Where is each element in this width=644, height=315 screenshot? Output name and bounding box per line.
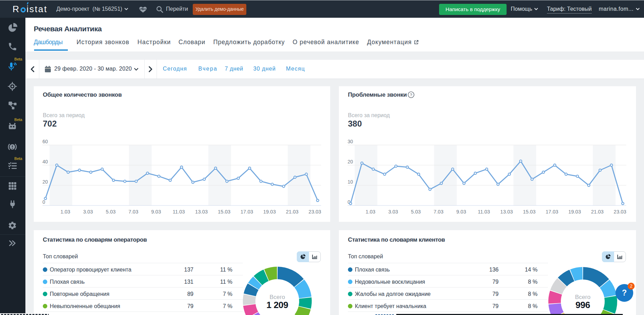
svg-text:15.03: 15.03 bbox=[218, 209, 230, 215]
svg-text:40: 40 bbox=[42, 159, 48, 164]
svg-text:19.03: 19.03 bbox=[568, 209, 581, 215]
svg-text:21.03: 21.03 bbox=[591, 209, 604, 215]
svg-text:11.03: 11.03 bbox=[478, 209, 490, 215]
svg-text:7.03: 7.03 bbox=[128, 209, 138, 215]
svg-text:5.03: 5.03 bbox=[411, 209, 421, 215]
svg-text:9.03: 9.03 bbox=[456, 209, 466, 215]
svg-text:9.03: 9.03 bbox=[151, 209, 161, 215]
svg-text:20: 20 bbox=[42, 179, 48, 185]
svg-text:60: 60 bbox=[42, 139, 48, 144]
svg-text:30: 30 bbox=[348, 139, 353, 144]
svg-text:13.03: 13.03 bbox=[195, 209, 208, 215]
svg-text:1.03: 1.03 bbox=[61, 209, 70, 215]
svg-text:3.03: 3.03 bbox=[388, 209, 398, 215]
svg-text:17.03: 17.03 bbox=[546, 209, 558, 215]
svg-text:0: 0 bbox=[42, 199, 45, 205]
svg-text:7.03: 7.03 bbox=[434, 209, 443, 215]
svg-text:23.03: 23.03 bbox=[309, 209, 321, 215]
svg-text:1.03: 1.03 bbox=[366, 209, 375, 215]
svg-text:5.03: 5.03 bbox=[106, 209, 116, 215]
svg-text:17.03: 17.03 bbox=[240, 209, 253, 215]
svg-text:3.03: 3.03 bbox=[83, 209, 93, 215]
svg-text:10: 10 bbox=[348, 179, 353, 185]
svg-text:11.03: 11.03 bbox=[173, 209, 185, 215]
svg-text:21.03: 21.03 bbox=[286, 209, 299, 215]
svg-text:20: 20 bbox=[348, 159, 353, 164]
svg-text:19.03: 19.03 bbox=[263, 209, 276, 215]
svg-text:15.03: 15.03 bbox=[523, 209, 535, 215]
svg-text:?: ? bbox=[410, 93, 412, 97]
svg-text:23.03: 23.03 bbox=[614, 209, 626, 215]
svg-text:13.03: 13.03 bbox=[500, 209, 513, 215]
